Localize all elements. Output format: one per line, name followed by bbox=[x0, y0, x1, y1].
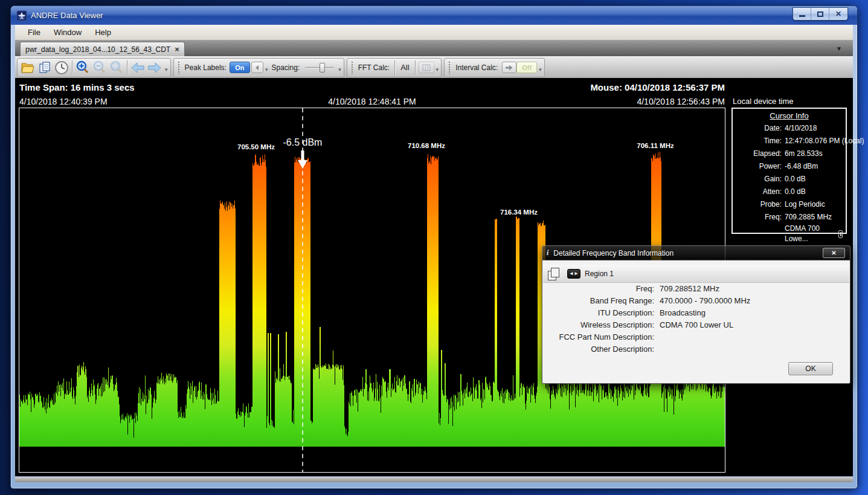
dialog-row-label: Freq: bbox=[542, 283, 654, 295]
dialog-row-value: 470.0000 - 790.0000 MHz bbox=[660, 295, 750, 307]
peak-labels-cycle-button[interactable] bbox=[251, 62, 263, 73]
menu-bar: File Window Help bbox=[15, 25, 853, 40]
window-title: ANDRE Data Viewer bbox=[31, 11, 103, 20]
interval-calc-toggle[interactable]: Off bbox=[516, 62, 537, 73]
dialog-close-button[interactable]: ✕ bbox=[823, 248, 845, 258]
dialog-row-value: Broadcasting bbox=[660, 307, 706, 319]
toolbar-group-file-nav: ▾ bbox=[17, 58, 171, 77]
timestamp-center: 4/10/2018 12:48:41 PM bbox=[285, 97, 460, 106]
cursor-info-label: Power: bbox=[736, 160, 782, 173]
zoom-out-button[interactable] bbox=[91, 59, 108, 76]
dialog-row: ITU Description:Broadcasting bbox=[542, 307, 850, 319]
menu-file[interactable]: File bbox=[21, 26, 47, 39]
toolbar-group-interval-calc: Interval Calc: Off ▾ bbox=[444, 58, 545, 77]
minimize-button[interactable] bbox=[793, 8, 811, 20]
cursor-info-row: Power:-6.48 dBm bbox=[736, 160, 843, 173]
spacing-slider[interactable] bbox=[305, 62, 334, 73]
peak-labels-label: Peak Labels: bbox=[185, 63, 227, 72]
cursor-info-panel: Cursor Info Date:4/10/2018 Time:12:47:08… bbox=[731, 108, 847, 234]
toolbar-separator bbox=[415, 60, 416, 75]
dialog-row: Wireless Description:CDMA 700 Lower UL bbox=[542, 319, 850, 331]
status-strip bbox=[15, 477, 853, 482]
dialog-row-label: Other Description: bbox=[542, 343, 654, 355]
time-button[interactable] bbox=[53, 59, 70, 76]
menu-help[interactable]: Help bbox=[88, 26, 118, 39]
cursor-info-value: Log Periodic bbox=[785, 198, 825, 211]
dialog-title-bar[interactable]: i Detailed Frequency Band Information ✕ bbox=[542, 245, 850, 260]
interval-grid-icon bbox=[422, 64, 431, 71]
cursor-info-band-row: CDMA 700 Lowe... bbox=[785, 224, 843, 244]
toolbar-overflow-icon[interactable]: ▾ bbox=[436, 67, 439, 73]
spacing-slider-thumb[interactable] bbox=[320, 63, 325, 73]
copy-button[interactable] bbox=[36, 59, 53, 76]
folder-open-icon bbox=[21, 61, 35, 74]
cursor-info-value: 0.0 dB bbox=[785, 186, 806, 198]
zoom-out-icon bbox=[92, 60, 107, 75]
toolbar-grip[interactable] bbox=[178, 61, 180, 74]
menu-window[interactable]: Window bbox=[47, 26, 88, 39]
toolbar-overflow-icon[interactable]: ▾ bbox=[338, 67, 341, 73]
swap-arrows-icon[interactable]: ◄► bbox=[567, 269, 580, 279]
cursor-info-value: 709.2885 MHz bbox=[785, 211, 832, 224]
fft-interval-button[interactable] bbox=[419, 62, 434, 73]
dialog-row-label: Band Freq Range: bbox=[542, 295, 654, 307]
cursor-info-value: 0.0 dB bbox=[785, 173, 806, 186]
open-file-button[interactable] bbox=[19, 59, 36, 76]
interval-calc-label: Interval Calc: bbox=[455, 63, 498, 72]
info-icon: i bbox=[547, 248, 548, 257]
band-info-icon[interactable] bbox=[838, 230, 843, 238]
window-controls: ✕ bbox=[792, 7, 848, 21]
toolbar-overflow-icon[interactable]: ▾ bbox=[165, 67, 168, 73]
tab-pwr-data-log[interactable]: pwr_data_log_2018_04...10_12_56_43_CDT × bbox=[20, 42, 185, 56]
cursor-info-value: 6m 28.533s bbox=[785, 147, 823, 160]
ok-button[interactable]: OK bbox=[788, 362, 833, 375]
forward-button[interactable] bbox=[146, 59, 163, 76]
cursor-info-row: Gain:0.0 dB bbox=[736, 173, 843, 186]
tab-strip: pwr_data_log_2018_04...10_12_56_43_CDT ×… bbox=[15, 40, 853, 56]
tab-close-icon[interactable]: × bbox=[175, 45, 179, 54]
toolbar-grip[interactable] bbox=[448, 61, 451, 74]
right-arrow-icon bbox=[506, 65, 513, 71]
svg-text:A: A bbox=[21, 15, 24, 19]
dialog-row: Freq:709.288512 MHz bbox=[542, 283, 850, 295]
zoom-in-button[interactable] bbox=[74, 59, 91, 76]
toolbar-group-fft-calc: FFT Calc: All ▾ bbox=[347, 58, 442, 77]
peak-label: 710.68 MHz bbox=[408, 142, 445, 149]
interval-run-button[interactable] bbox=[502, 62, 516, 73]
dialog-row-value: CDMA 700 Lower UL bbox=[660, 319, 733, 331]
toolbar-separator bbox=[127, 60, 127, 75]
toolbar-overflow-icon[interactable]: ▾ bbox=[539, 67, 542, 73]
back-arrow-icon bbox=[130, 62, 146, 74]
zoom-region-icon bbox=[109, 60, 124, 75]
back-button[interactable] bbox=[129, 59, 146, 76]
toolbar-group-peak-labels: Peak Labels: On ▾ Spacing: ▾ bbox=[173, 58, 344, 77]
cursor-info-row: Elapsed:6m 28.533s bbox=[736, 147, 843, 160]
cursor-info-value: -6.48 dBm bbox=[785, 160, 818, 173]
app-window: A ANDRE Data Viewer ✕ File Window Help p… bbox=[10, 5, 858, 489]
fft-calc-value[interactable]: All bbox=[400, 63, 409, 72]
forward-arrow-icon bbox=[147, 62, 162, 74]
toolbar-grip[interactable] bbox=[351, 61, 353, 74]
title-bar[interactable]: A ANDRE Data Viewer bbox=[11, 6, 857, 25]
region-label: Region 1 bbox=[585, 270, 614, 278]
peak-labels-toggle[interactable]: On bbox=[230, 62, 250, 73]
close-button[interactable]: ✕ bbox=[829, 8, 847, 20]
cursor-info-label: Freq: bbox=[736, 211, 782, 224]
toolbar-separator bbox=[72, 60, 72, 75]
peak-label: 716.34 MHz bbox=[500, 209, 538, 216]
maximize-button[interactable] bbox=[811, 8, 829, 20]
tab-label: pwr_data_log_2018_04...10_12_56_43_CDT bbox=[25, 45, 170, 54]
minimize-icon bbox=[799, 15, 805, 17]
zoom-region-button[interactable] bbox=[108, 59, 125, 76]
cursor-info-value: 12:47:08.076 PM (Local) bbox=[785, 135, 864, 147]
dialog-body: ◄► Region 1 Freq:709.288512 MHz Band Fre… bbox=[542, 260, 850, 384]
pages-icon[interactable] bbox=[548, 268, 559, 280]
spacing-label: Spacing: bbox=[271, 63, 300, 72]
clock-icon bbox=[54, 60, 69, 75]
tab-list-dropdown-icon[interactable]: ▼ bbox=[836, 45, 842, 52]
close-icon: ✕ bbox=[835, 10, 841, 18]
toolbar-overflow-icon[interactable]: ▾ bbox=[265, 67, 268, 73]
cursor-power-label: -6.5 dBm bbox=[283, 137, 323, 147]
cursor-info-row: Probe:Log Periodic bbox=[736, 198, 843, 211]
time-span-text: Time Span: 16 mins 3 secs bbox=[19, 82, 135, 92]
